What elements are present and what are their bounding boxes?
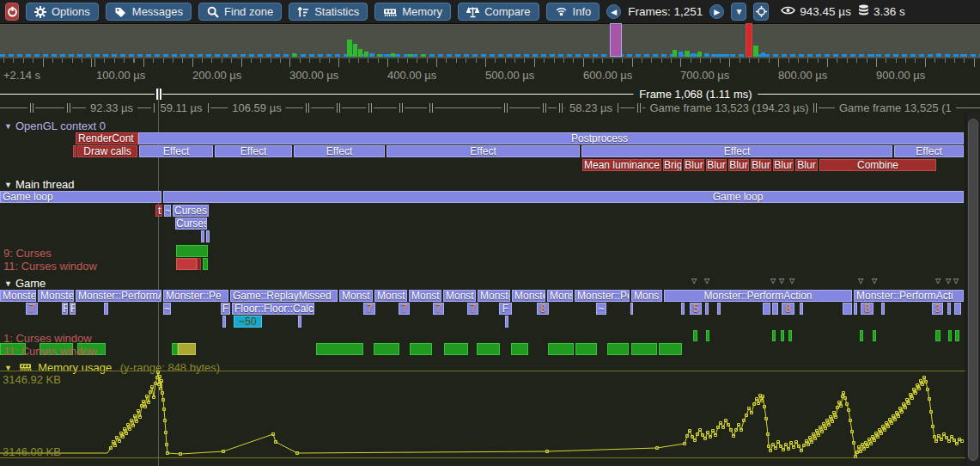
histogram-bar[interactable] [753,46,758,57]
message-marker[interactable]: ▽ [946,277,951,285]
options-button[interactable]: Options [26,3,99,21]
zone[interactable]: Curses [175,218,207,230]
zone[interactable] [681,303,685,315]
memory-button[interactable]: Memory [374,3,451,21]
zone[interactable] [444,343,468,355]
zone[interactable]: Effect [294,145,385,157]
histogram-bar[interactable] [704,53,709,57]
zone[interactable]: 7 [467,303,478,315]
zone[interactable]: 7 [399,303,410,315]
histogram-bar[interactable] [746,23,752,57]
zone[interactable] [954,303,961,315]
histogram-bar[interactable] [761,52,765,57]
zone[interactable]: 8 [537,303,549,315]
histogram-bar[interactable] [711,54,715,57]
histogram-bar[interactable] [960,54,965,57]
zone[interactable]: Blur [706,159,727,171]
statistics-button[interactable]: Statistics [289,3,368,21]
zone[interactable]: Blur [728,159,749,171]
zone[interactable]: ~ [164,205,171,217]
zone[interactable]: Combine [819,159,936,171]
zone[interactable] [693,330,697,341]
zone[interactable]: Blur [773,159,794,171]
zone[interactable]: Curses [173,205,209,217]
zone[interactable]: ~ [163,303,171,315]
zone[interactable]: Effect [894,145,964,157]
zone[interactable] [374,343,399,355]
zone[interactable]: Mean luminance [582,159,661,171]
zone[interactable] [881,303,885,315]
thread-header-game[interactable]: ▼Game [4,277,46,290]
histogram-bar[interactable] [347,40,352,57]
histogram-bar[interactable] [725,54,729,57]
zone[interactable]: RenderCont [76,132,138,144]
histogram-bar[interactable] [377,54,381,57]
goto-frame-button[interactable] [753,3,769,21]
zone[interactable] [843,303,852,315]
zone[interactable]: ~ [596,303,606,315]
zone[interactable]: Monste [38,290,74,302]
histogram-bar[interactable] [673,50,677,57]
zone[interactable]: ti [155,205,162,217]
zone[interactable] [947,303,951,315]
zone[interactable] [630,303,633,315]
zone[interactable]: Game loop [163,191,964,203]
zone[interactable]: Game::ReplayMissed [230,290,338,302]
zone[interactable]: Monst [409,290,441,302]
zone[interactable] [717,303,721,315]
zone[interactable] [607,343,629,355]
histogram-bar[interactable] [870,54,874,57]
histogram-bar[interactable] [691,53,696,57]
zone[interactable] [772,330,776,341]
zone[interactable]: Effect [215,145,292,157]
zone[interactable] [935,330,940,341]
zone[interactable]: Blur [684,159,704,171]
message-marker[interactable]: ▽ [779,277,784,285]
zone[interactable] [659,343,682,355]
zone[interactable] [788,330,792,341]
message-marker[interactable]: ▽ [935,277,940,285]
zone[interactable]: Monster::PerformAction [664,290,852,302]
zone[interactable]: Floor::Floor::Calc [232,303,314,315]
zone[interactable]: ~50 [234,316,262,328]
thread-header-main[interactable]: ▼Main thread [4,178,75,191]
zone[interactable] [706,330,709,341]
zone[interactable] [763,303,770,315]
zone[interactable] [197,258,201,270]
zone[interactable] [203,258,208,270]
zone[interactable] [176,258,197,270]
histogram-bar[interactable] [391,53,395,57]
histogram-bar[interactable] [384,54,388,57]
zone[interactable] [575,343,597,355]
zone[interactable]: Draw calls [77,145,137,157]
zone[interactable] [316,343,363,355]
scrollbar-thumb[interactable] [968,119,978,461]
frame-set-dropdown-button[interactable]: ▼ [731,3,746,21]
zone[interactable] [854,303,857,315]
zone[interactable]: 7 [26,303,38,315]
zone[interactable]: Blur [751,159,771,171]
zone[interactable] [705,303,709,315]
zone[interactable]: 7 [433,303,444,315]
zone[interactable]: Postprocess [138,132,964,144]
zone[interactable]: Monster::PerformActi [854,290,964,302]
timeline-ruler[interactable]: +2.14 s100.00 µs200.00 µs300.00 µs400.00… [0,58,980,87]
zone[interactable]: 3 [932,303,943,315]
zone[interactable] [860,330,863,341]
histogram-bar[interactable] [370,53,374,57]
zone[interactable]: Monste [478,290,510,302]
message-marker[interactable]: ▽ [872,277,877,285]
zone[interactable]: F [70,303,76,315]
histogram-bar[interactable] [893,54,898,57]
frame-histogram[interactable] [0,24,980,58]
zone[interactable]: 8 [782,303,794,315]
zone[interactable]: F [499,303,512,315]
histogram-bar[interactable] [685,51,690,57]
zone[interactable] [505,316,508,328]
zone[interactable]: Monst [374,290,407,302]
zone[interactable] [477,343,500,355]
messages-button[interactable]: Messages [106,3,192,21]
zone[interactable] [178,343,196,355]
zone[interactable]: 8 [861,303,873,315]
histogram-bar[interactable] [364,52,368,57]
